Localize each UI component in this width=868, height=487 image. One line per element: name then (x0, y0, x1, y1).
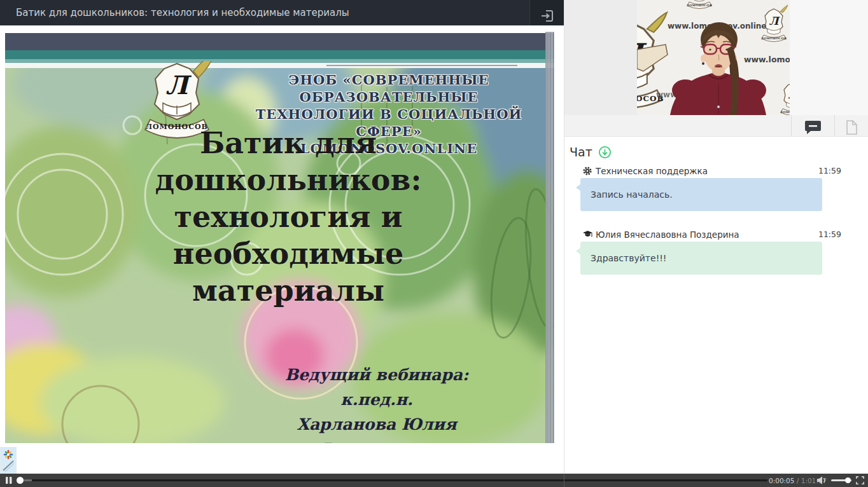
slide-page-edge (545, 32, 554, 443)
message-author: Юлия Вячеславовна Поздерина (596, 230, 739, 240)
exit-icon (540, 9, 554, 23)
download-circle-icon (598, 146, 612, 159)
webinar-title: Батик для дошкольников: технология и нео… (16, 0, 349, 25)
time-separator: / (794, 477, 801, 484)
progress-bar[interactable] (18, 479, 767, 481)
presenter-credit: Ведущий вебинара: к.пед.н. Харланова Юли… (249, 362, 504, 443)
message-author-row: Техническая поддержка 11:59 (583, 166, 850, 177)
volume-handle[interactable] (845, 477, 851, 483)
chat-bubble-icon (804, 120, 822, 135)
current-time: 0:00:05 (769, 477, 794, 484)
presentation-area: Л ЛОМОНОСОВ ЭНОБ «СОВРЕМЕННЫЕ ОБРАЗОВАТЕ… (0, 25, 564, 474)
webcam-letterbox-left (564, 0, 637, 115)
message-bubble: Здравствуйте!!! (580, 242, 822, 275)
message-time: 11:59 (818, 230, 841, 239)
top-bar: Батик для дошкольников: технология и нео… (0, 0, 564, 25)
graduation-cap-icon (583, 230, 592, 240)
presenter-line: Ведущий вебинара: к.пед.н. (249, 362, 504, 412)
slide-top-band (5, 33, 554, 50)
tab-files[interactable] (834, 115, 868, 136)
message-author-row: Юлия Вячеславовна Поздерина 11:59 (583, 230, 850, 241)
presenter-video-frame: Л ЛОМОНОСОВ www.lomonosov.online www.lom… (637, 0, 790, 115)
panel-toolbar (564, 115, 868, 137)
logo-letter: Л (165, 70, 192, 100)
progress-handle[interactable] (17, 477, 24, 484)
tab-chat[interactable] (791, 115, 834, 136)
pause-button[interactable] (4, 476, 14, 484)
volume-button[interactable] (816, 476, 827, 484)
slide-title-line: необходимые (85, 235, 492, 272)
side-panel: Л ЛОМОНОСОВ www.lomonosov.online www.lom… (564, 0, 868, 474)
volume-slider[interactable] (831, 479, 851, 481)
fullscreen-button[interactable] (855, 476, 864, 484)
message-author: Техническая поддержка (596, 166, 708, 176)
annotation-thumbnail[interactable] (0, 447, 17, 474)
slide-title-line: материалы (85, 272, 492, 309)
webinar-window: Батик для дошкольников: технология и нео… (0, 0, 868, 487)
player-controls: 0:00:05 / 1:01:17 (0, 474, 868, 487)
slide-title: Батик для дошкольников: технология и нео… (85, 125, 492, 309)
chat-header: Чат (570, 145, 612, 159)
controlbar-divider (564, 474, 564, 487)
message-bubble: Запись началась. (580, 178, 822, 211)
message-text: Здравствуйте!!! (591, 253, 666, 263)
webcam-letterbox-right (790, 0, 868, 115)
presenter-webcam[interactable]: Л ЛОМОНОСОВ www.lomonosov.online www.lom… (637, 0, 790, 115)
exit-button[interactable] (529, 0, 564, 25)
message-text: Запись началась. (591, 189, 673, 200)
slide-title-line: Батик для (85, 125, 492, 161)
chat-title: Чат (570, 145, 592, 159)
gear-icon (583, 167, 592, 177)
document-icon (846, 120, 858, 135)
message-time: 11:59 (818, 166, 841, 175)
speaker-icon (817, 476, 827, 484)
chat-panel: Чат Техничес (564, 137, 868, 474)
slide-video[interactable]: Л ЛОМОНОСОВ ЭНОБ «СОВРЕМЕННЫЕ ОБРАЗОВАТЕ… (5, 32, 554, 443)
backdrop-url-text-partial: www.lomonoso (744, 55, 790, 64)
chat-download-button[interactable] (598, 146, 612, 159)
slide-teal-band (5, 50, 554, 59)
org-line: ЭНОБ «СОВРЕМЕННЫЕ ОБРАЗОВАТЕЛЬНЫЕ (225, 71, 553, 106)
pause-icon (5, 476, 13, 484)
slide-title-line: технология и (85, 198, 492, 235)
presenter-line: Викторовна (249, 437, 504, 443)
pointer-star-icon (1, 448, 16, 473)
fullscreen-icon (856, 476, 864, 484)
slide-title-line: дошкольников: (85, 161, 492, 198)
presenter-line: Харланова Юлия (249, 412, 504, 437)
webcam-area: Л ЛОМОНОСОВ www.lomonosov.online www.lom… (564, 0, 868, 115)
